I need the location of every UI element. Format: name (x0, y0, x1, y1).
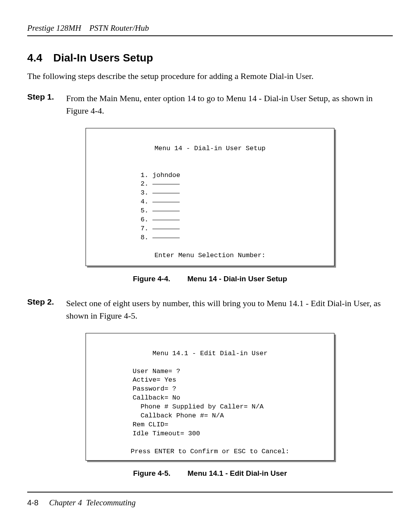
user-7-blank (152, 229, 180, 229)
section-number: 4.4 (27, 52, 42, 64)
field-phone-supplied: Phone # Supplied by Caller= N/A (133, 403, 264, 410)
figure-4-5-caption-title: Menu 14.1 - Edit Dial-in User (187, 469, 287, 477)
field-rem-clid: Rem CLID= (133, 421, 168, 428)
figure-4-5-fields: User Name= ? Active= Yes Password= ? Cal… (93, 358, 327, 438)
figure-4-4-caption-title: Menu 14 - Dial-in User Setup (187, 275, 287, 283)
field-idle-timeout: Idle Timeout= 300 (133, 430, 200, 437)
user-5-blank (152, 211, 180, 211)
figure-4-4-caption: Figure 4-4.Menu 14 - Dial-in User Setup (27, 275, 393, 283)
figure-4-4-caption-label: Figure 4-4. (133, 275, 170, 283)
figure-4-5-prompt: Press ENTER to Confirm or ESC to Cancel: (93, 447, 327, 456)
figure-4-5-caption-label: Figure 4-5. (133, 469, 170, 478)
page-header: Prestige 128MH PSTN Router/Hub (27, 23, 393, 36)
section-intro: The following steps describe the setup p… (27, 71, 393, 81)
chapter-title: Telecommuting (84, 498, 136, 507)
figure-4-4-frame: Menu 14 - Dial-in User Setup 1. johndoe … (86, 128, 334, 266)
chapter-label: Chapter 4 (49, 498, 82, 507)
figure-4-4-user-list: 1. johndoe 2. 3. 4. 5. 6. 7. 8. (93, 162, 327, 242)
step-1-text: From the Main Menu, enter option 14 to g… (66, 92, 393, 117)
user-3-blank (152, 193, 180, 193)
field-callback-phone: Callback Phone #= N/A (133, 412, 224, 419)
user-2-blank (152, 184, 180, 184)
section-title: Dial-In Users Setup (53, 52, 153, 64)
page-number: 4-8 (27, 498, 38, 507)
field-user-name: User Name= ? (133, 368, 180, 375)
user-8-blank (152, 238, 180, 238)
section-heading: 4.4Dial-In Users Setup (27, 52, 393, 64)
step-2-label: Step 2. (27, 297, 66, 307)
figure-4-4-prompt: Enter Menu Selection Number: (93, 251, 327, 260)
user-6-blank (152, 220, 180, 220)
page-footer: 4-8 Chapter 4 Telecommuting (27, 492, 393, 508)
product-subtitle: PSTN Router/Hub (89, 23, 149, 33)
figure-4-5-title: Menu 14.1 - Edit Dial-in User (93, 349, 327, 358)
step-2-text: Select one of eight users by number, thi… (66, 297, 393, 322)
figure-4-4-title: Menu 14 - Dial-in User Setup (93, 144, 327, 153)
field-active: Active= Yes (133, 376, 176, 384)
user-1: johndoe (152, 172, 180, 179)
field-callback: Callback= No (133, 394, 180, 401)
field-password: Password= ? (133, 385, 176, 393)
figure-4-5-caption: Figure 4-5.Menu 14.1 - Edit Dial-in User (27, 469, 393, 478)
step-1-label: Step 1. (27, 92, 66, 102)
figure-4-5-frame: Menu 14.1 - Edit Dial-in User User Name=… (86, 333, 334, 461)
step-2: Step 2. Select one of eight users by num… (27, 297, 393, 322)
product-name: Prestige 128MH (27, 23, 81, 33)
step-1: Step 1. From the Main Menu, enter option… (27, 92, 393, 117)
user-4-blank (152, 202, 180, 202)
